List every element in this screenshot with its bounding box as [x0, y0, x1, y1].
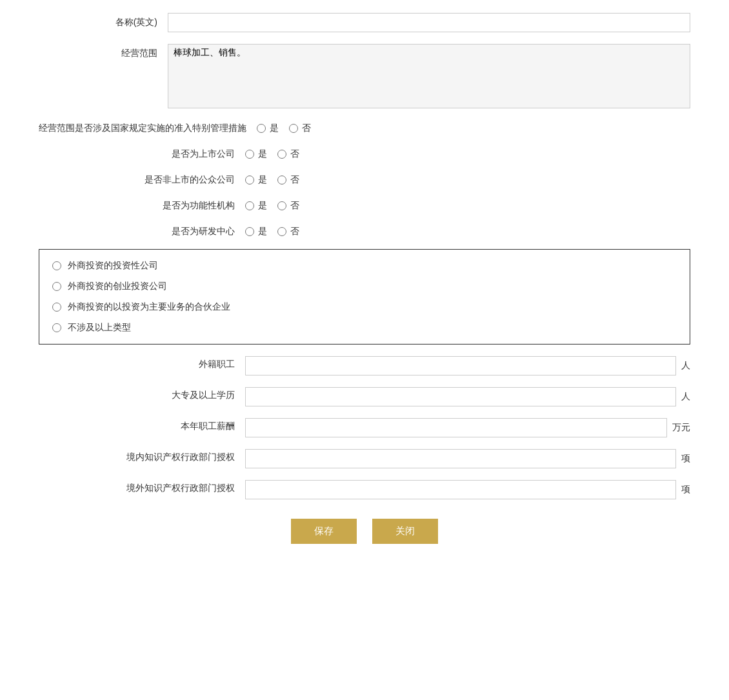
rd-center-no-radio[interactable] [277, 227, 286, 236]
salary-unit: 万元 [667, 418, 690, 434]
rd-center-no-label[interactable]: 否 [290, 226, 299, 237]
foreign-ip-row: 境外知识产权行政部门授权 项 [39, 480, 690, 499]
investment-type-radio-1[interactable] [52, 261, 61, 270]
checkbox-option4-row[interactable]: 不涉及以上类型 [52, 322, 677, 334]
functional-org-yes-radio[interactable] [245, 201, 254, 210]
non-listed-public-yes-radio[interactable] [245, 175, 254, 185]
listed-company-row: 是否为上市公司 是 否 [39, 146, 690, 160]
investment-type-label-3[interactable]: 外商投资的以投资为主要业务的合伙企业 [68, 301, 230, 313]
college-edu-unit: 人 [676, 387, 690, 403]
name-english-label: 各称(英文) [39, 13, 168, 28]
functional-org-no-radio[interactable] [277, 201, 286, 210]
non-listed-public-yes-label[interactable]: 是 [258, 174, 267, 186]
rd-center-row: 是否为研发中心 是 否 [39, 223, 690, 237]
name-english-row: 各称(英文) [39, 13, 690, 32]
salary-input[interactable] [245, 418, 667, 437]
form-container: 各称(英文) 经营范围 棒球加工、销售。 经营范围是否涉及国家规定实施的准入特别… [39, 13, 690, 544]
foreign-staff-row: 外籍职工 人 [39, 356, 690, 375]
listed-company-radio-group: 是 否 [245, 146, 310, 160]
nlp-yes-pair: 是 [245, 174, 267, 186]
special-management-yes-label[interactable]: 是 [270, 123, 279, 134]
checkbox-option3-row[interactable]: 外商投资的以投资为主要业务的合伙企业 [52, 301, 677, 313]
domestic-ip-input[interactable] [245, 449, 676, 468]
name-english-input[interactable] [168, 13, 690, 32]
investment-type-radio-3[interactable] [52, 303, 61, 312]
functional-org-yes-label[interactable]: 是 [258, 200, 267, 212]
non-listed-public-row: 是否非上市的公众公司 是 否 [39, 172, 690, 186]
button-row: 保存 关闭 [39, 519, 690, 544]
investment-type-label-4[interactable]: 不涉及以上类型 [68, 322, 131, 334]
special-management-yes-pair: 是 [257, 123, 279, 134]
rd-yes-pair: 是 [245, 226, 267, 237]
foreign-ip-input[interactable] [245, 480, 676, 499]
foreign-staff-unit: 人 [676, 356, 690, 372]
non-listed-public-no-label[interactable]: 否 [290, 174, 299, 186]
fo-no-pair: 否 [277, 200, 299, 212]
rd-center-yes-radio[interactable] [245, 227, 254, 236]
investment-type-label-1[interactable]: 外商投资的投资性公司 [68, 260, 158, 272]
special-management-no-pair: 否 [289, 123, 311, 134]
special-management-yes-radio[interactable] [257, 124, 266, 133]
non-listed-public-radio-group: 是 否 [245, 172, 310, 186]
non-listed-public-no-radio[interactable] [277, 175, 286, 185]
listed-company-yes-radio[interactable] [245, 150, 254, 159]
rd-center-label: 是否为研发中心 [39, 223, 245, 237]
foreign-staff-input[interactable] [245, 356, 676, 375]
special-management-no-radio[interactable] [289, 124, 298, 133]
business-scope-label: 经营范围 [39, 44, 168, 59]
foreign-ip-unit: 项 [676, 480, 690, 495]
investment-type-radio-2[interactable] [52, 282, 61, 291]
college-edu-label: 大专及以上学历 [39, 387, 245, 401]
fo-yes-pair: 是 [245, 200, 267, 212]
functional-org-radio-group: 是 否 [245, 197, 310, 212]
listed-company-no-label[interactable]: 否 [290, 148, 299, 160]
listed-company-label: 是否为上市公司 [39, 146, 245, 160]
functional-org-row: 是否为功能性机构 是 否 [39, 197, 690, 212]
non-listed-public-label: 是否非上市的公众公司 [39, 172, 245, 186]
special-management-row: 经营范围是否涉及国家规定实施的准入特别管理措施 是 否 [39, 120, 690, 134]
college-edu-row: 大专及以上学历 人 [39, 387, 690, 406]
rd-center-radio-group: 是 否 [245, 223, 310, 237]
special-management-label: 经营范围是否涉及国家规定实施的准入特别管理措施 [39, 120, 257, 134]
college-edu-input[interactable] [245, 387, 676, 406]
nlp-no-pair: 否 [277, 174, 299, 186]
rd-no-pair: 否 [277, 226, 299, 237]
close-button[interactable]: 关闭 [372, 519, 438, 544]
salary-label: 本年职工薪酬 [39, 418, 245, 432]
functional-org-label: 是否为功能性机构 [39, 197, 245, 212]
domestic-ip-label: 境内知识产权行政部门授权 [39, 449, 245, 463]
foreign-staff-label: 外籍职工 [39, 356, 245, 370]
listed-company-no-radio[interactable] [277, 150, 286, 159]
listed-no-pair: 否 [277, 148, 299, 160]
salary-row: 本年职工薪酬 万元 [39, 418, 690, 437]
business-scope-textarea[interactable]: 棒球加工、销售。 [168, 44, 690, 108]
investment-type-box: 外商投资的投资性公司 外商投资的创业投资公司 外商投资的以投资为主要业务的合伙企… [39, 249, 690, 345]
business-scope-row: 经营范围 棒球加工、销售。 [39, 44, 690, 108]
functional-org-no-label[interactable]: 否 [290, 200, 299, 212]
domestic-ip-row: 境内知识产权行政部门授权 项 [39, 449, 690, 468]
investment-type-label-2[interactable]: 外商投资的创业投资公司 [68, 281, 167, 292]
foreign-ip-label: 境外知识产权行政部门授权 [39, 480, 245, 494]
listed-yes-pair: 是 [245, 148, 267, 160]
checkbox-option1-row[interactable]: 外商投资的投资性公司 [52, 260, 677, 272]
listed-company-yes-label[interactable]: 是 [258, 148, 267, 160]
rd-center-yes-label[interactable]: 是 [258, 226, 267, 237]
special-management-radio-group: 是 否 [257, 120, 321, 134]
save-button[interactable]: 保存 [291, 519, 357, 544]
checkbox-option2-row[interactable]: 外商投资的创业投资公司 [52, 281, 677, 292]
domestic-ip-unit: 项 [676, 449, 690, 465]
investment-type-radio-4[interactable] [52, 323, 61, 332]
special-management-no-label[interactable]: 否 [302, 123, 311, 134]
